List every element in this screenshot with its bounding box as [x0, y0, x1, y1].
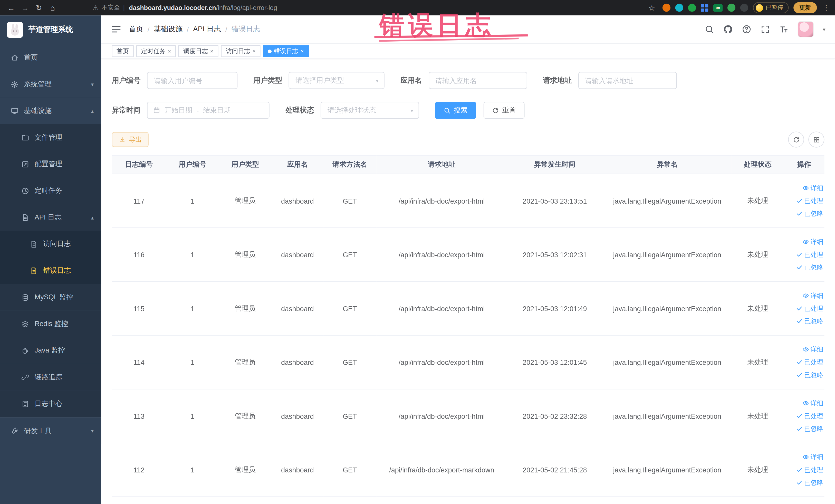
profile-paused-chip[interactable]: 已暂停 — [753, 2, 789, 13]
detail-link[interactable]: 详细 — [802, 345, 823, 354]
request-url-input[interactable] — [578, 72, 677, 89]
ignored-link[interactable]: 已忽略 — [796, 478, 823, 487]
font-size-icon[interactable] — [779, 24, 789, 34]
breadcrumb-item[interactable]: API 日志 — [193, 24, 221, 34]
close-icon[interactable]: × — [168, 48, 171, 55]
sidebar-item-dev-tools[interactable]: 研发工具 ▾ — [0, 417, 101, 444]
breadcrumb-item[interactable]: 首页 — [129, 24, 143, 34]
ignored-link[interactable]: 已忽略 — [796, 209, 823, 218]
sidebar-item-label: 访问日志 — [43, 239, 71, 249]
gear-icon — [11, 80, 19, 88]
help-icon[interactable] — [742, 24, 751, 34]
date-range-picker[interactable]: 开始日期 - 结束日期 — [147, 102, 269, 119]
sidebar-item-infrastructure[interactable]: 基础设施 ▴ — [0, 98, 101, 124]
browser-back-icon[interactable]: ← — [5, 2, 17, 14]
extension-grid-icon[interactable] — [701, 4, 708, 12]
close-icon[interactable]: × — [210, 48, 213, 55]
reset-button[interactable]: 重置 — [484, 102, 525, 119]
col-method: 请求方法名 — [323, 155, 376, 174]
fullscreen-icon[interactable] — [760, 24, 770, 34]
sidebar-toggle-button[interactable] — [111, 24, 121, 35]
processed-link[interactable]: 已处理 — [796, 304, 823, 313]
user-avatar[interactable] — [798, 21, 814, 37]
avatar-caret-icon[interactable]: ▾ — [823, 26, 825, 32]
processed-link[interactable]: 已处理 — [796, 411, 823, 421]
sidebar-item-error-log[interactable]: 错误日志 — [0, 257, 101, 284]
warning-icon: ⚠ — [93, 4, 98, 12]
extension-icon-2[interactable] — [675, 4, 683, 12]
logo[interactable]: 芋道管理系统 — [0, 15, 101, 44]
extension-icon-3[interactable] — [688, 4, 696, 12]
github-icon[interactable] — [723, 24, 733, 34]
browser-forward-icon[interactable]: → — [19, 2, 31, 14]
export-button[interactable]: 导出 — [112, 132, 149, 147]
ignored-link-label: 已忽略 — [804, 263, 823, 272]
check-icon — [796, 479, 803, 486]
processed-link[interactable]: 已处理 — [796, 358, 823, 367]
breadcrumb-item[interactable]: 基础设施 — [154, 24, 183, 34]
tab-access-log[interactable]: 访问日志 × — [221, 45, 261, 57]
sidebar-item-label: 研发工具 — [24, 426, 52, 436]
sidebar-item-java-monitor[interactable]: Java 监控 — [0, 337, 101, 364]
sidebar-item-file-management[interactable]: 文件管理 — [0, 124, 101, 151]
detail-link[interactable]: 详细 — [802, 399, 823, 408]
processed-link[interactable]: 已处理 — [796, 465, 823, 474]
ignored-link[interactable]: 已忽略 — [796, 370, 823, 380]
cell-actions: 详细 已处理 已忽略 — [784, 228, 824, 282]
tab-error-log[interactable]: 错误日志 × — [263, 45, 309, 57]
user-id-input[interactable] — [147, 72, 238, 89]
extension-on-badge[interactable]: on — [713, 4, 722, 12]
process-status-select[interactable]: 请选择处理状态 ▾ — [321, 102, 419, 119]
address-bar[interactable]: dashboard.yudao.iocoder.cn/infra/log/api… — [129, 4, 277, 12]
browser-menu-icon[interactable]: ⋮ — [823, 4, 830, 12]
sidebar-item-mysql-monitor[interactable]: MySQL 监控 — [0, 284, 101, 311]
browser-home-icon[interactable]: ⌂ — [47, 2, 59, 14]
tab-schedule-log[interactable]: 调度日志 × — [179, 45, 218, 57]
paused-label: 已暂停 — [766, 4, 783, 12]
filter-row-2: 异常时间 开始日期 - 结束日期 处理状态 请选择处理状态 ▾ — [112, 102, 824, 119]
detail-link[interactable]: 详细 — [802, 184, 823, 193]
sidebar-item-label: 系统管理 — [24, 79, 52, 89]
close-icon[interactable]: × — [301, 48, 304, 55]
sidebar-item-redis-monitor[interactable]: Redis 监控 — [0, 311, 101, 337]
eye-icon — [802, 346, 809, 353]
cell-exception-time: 2021-05-02 23:32:28 — [507, 389, 603, 443]
clock-icon — [21, 187, 29, 195]
detail-link[interactable]: 详细 — [802, 452, 823, 461]
extension-icon-5[interactable] — [740, 4, 748, 12]
detail-link[interactable]: 详细 — [802, 237, 823, 246]
doc-icon — [30, 266, 38, 275]
close-icon[interactable]: × — [252, 48, 256, 55]
search-button[interactable]: 搜索 — [435, 102, 476, 119]
detail-link[interactable]: 详细 — [802, 291, 823, 300]
ignored-link[interactable]: 已忽略 — [796, 263, 823, 272]
search-icon[interactable] — [705, 24, 714, 34]
processed-link[interactable]: 已处理 — [796, 250, 823, 259]
table-settings-button[interactable] — [808, 132, 824, 147]
sidebar-item-home[interactable]: 首页 — [0, 44, 101, 71]
tab-home[interactable]: 首页 — [112, 45, 134, 57]
ignored-link[interactable]: 已忽略 — [796, 317, 823, 326]
extension-icon-1[interactable] — [663, 4, 670, 12]
sidebar-item-trace[interactable]: 链路追踪 — [0, 364, 101, 390]
sidebar-item-config-management[interactable]: 配置管理 — [0, 151, 101, 177]
sidebar-item-api-log[interactable]: API 日志 ▴ — [0, 204, 101, 231]
processed-link[interactable]: 已处理 — [796, 196, 823, 205]
sidebar-item-log-center[interactable]: 日志中心 — [0, 390, 101, 417]
browser-update-button[interactable]: 更新 — [793, 2, 817, 13]
browser-reload-icon[interactable]: ↻ — [33, 2, 45, 14]
extension-icon-4[interactable] — [728, 4, 735, 12]
check-icon — [796, 359, 803, 365]
sidebar-item-scheduled-tasks[interactable]: 定时任务 — [0, 177, 101, 204]
security-indicator[interactable]: ⚠ 不安全 | — [93, 4, 125, 12]
app-name-input[interactable] — [428, 72, 527, 89]
cell-status: 未处理 — [732, 389, 783, 443]
table-refresh-button[interactable] — [788, 132, 804, 147]
sidebar-item-access-log[interactable]: 访问日志 — [0, 230, 101, 257]
user-type-select[interactable]: 请选择用户类型 ▾ — [288, 72, 384, 89]
end-date-placeholder: 结束日期 — [203, 105, 231, 115]
bookmark-star-icon[interactable]: ☆ — [646, 2, 658, 14]
sidebar-item-system-management[interactable]: 系统管理 ▾ — [0, 71, 101, 98]
ignored-link[interactable]: 已忽略 — [796, 424, 823, 433]
tab-scheduled-task[interactable]: 定时任务 × — [136, 45, 176, 57]
